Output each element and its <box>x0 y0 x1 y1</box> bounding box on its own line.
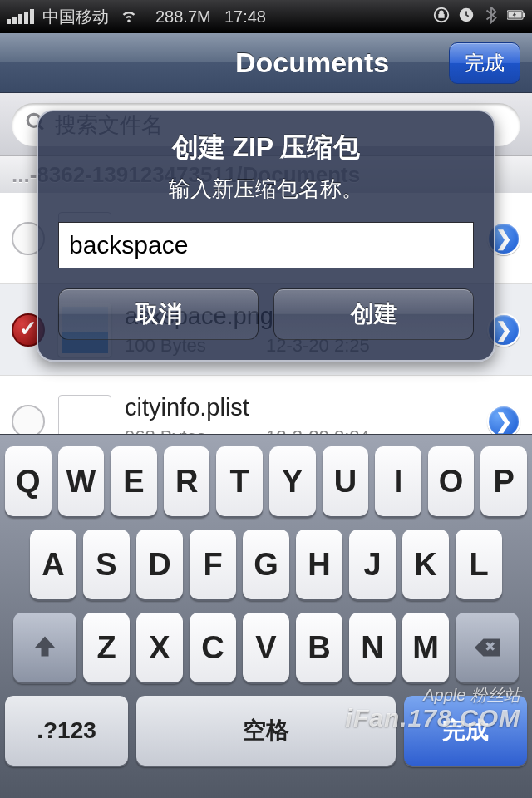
key-d[interactable]: D <box>136 530 183 599</box>
svg-rect-3 <box>523 12 525 16</box>
key-y[interactable]: Y <box>269 446 316 516</box>
key-b[interactable]: B <box>296 613 342 682</box>
watermark: Apple 粉丝站 iFan.178.COM <box>346 686 520 732</box>
alert-backdrop: 创建 ZIP 压缩包 输入新压缩包名称。 取消 创建 <box>0 93 532 434</box>
key-q[interactable]: Q <box>5 446 52 516</box>
keyboard-row: Z X C V B N M <box>5 613 527 682</box>
key-u[interactable]: U <box>323 446 369 516</box>
backspace-key[interactable] <box>456 613 519 682</box>
alert-message: 输入新压缩包名称。 <box>58 175 474 204</box>
rotation-lock-icon <box>432 6 451 28</box>
key-p[interactable]: P <box>480 446 527 516</box>
create-button[interactable]: 创建 <box>273 288 474 340</box>
key-l[interactable]: L <box>456 530 502 599</box>
key-x[interactable]: X <box>136 613 183 682</box>
status-time: 17:48 <box>224 7 266 27</box>
key-t[interactable]: T <box>216 446 263 516</box>
nav-bar: Documents 完成 <box>0 33 532 93</box>
key-n[interactable]: N <box>349 613 396 682</box>
key-r[interactable]: R <box>164 446 210 516</box>
key-i[interactable]: I <box>375 446 421 516</box>
bluetooth-icon <box>482 6 500 28</box>
key-f[interactable]: F <box>190 530 236 599</box>
key-g[interactable]: G <box>243 530 289 599</box>
carrier-label: 中国移动 <box>42 6 109 28</box>
keyboard: Q W E R T Y U I O P A S D F G H J K L Z … <box>0 434 532 798</box>
key-s[interactable]: S <box>83 530 130 599</box>
key-h[interactable]: H <box>296 530 342 599</box>
numeric-key[interactable]: .?123 <box>5 696 128 766</box>
key-v[interactable]: V <box>243 613 289 682</box>
key-j[interactable]: J <box>349 530 396 599</box>
keyboard-row: Q W E R T Y U I O P <box>5 446 527 516</box>
clock-icon <box>457 6 475 28</box>
status-bar: 中国移动 17:48 288.7M <box>0 0 532 33</box>
key-o[interactable]: O <box>428 446 475 516</box>
shift-key[interactable] <box>13 613 76 682</box>
page-title: Documents <box>235 47 389 79</box>
battery-icon <box>507 6 525 28</box>
key-c[interactable]: C <box>190 613 236 682</box>
key-k[interactable]: K <box>402 530 449 599</box>
wifi-icon <box>119 6 139 28</box>
key-a[interactable]: A <box>30 530 76 599</box>
keyboard-row: A S D F G H J K L <box>5 530 527 599</box>
zip-name-input[interactable] <box>58 222 474 268</box>
cancel-button[interactable]: 取消 <box>58 288 259 340</box>
signal-icon <box>7 9 34 24</box>
key-z[interactable]: Z <box>83 613 130 682</box>
key-w[interactable]: W <box>58 446 105 516</box>
create-zip-alert: 创建 ZIP 压缩包 输入新压缩包名称。 取消 创建 <box>37 110 495 362</box>
key-e[interactable]: E <box>111 446 157 516</box>
key-m[interactable]: M <box>402 613 449 682</box>
status-memory: 288.7M <box>155 7 211 27</box>
done-button[interactable]: 完成 <box>449 42 520 84</box>
alert-title: 创建 ZIP 压缩包 <box>58 130 474 166</box>
